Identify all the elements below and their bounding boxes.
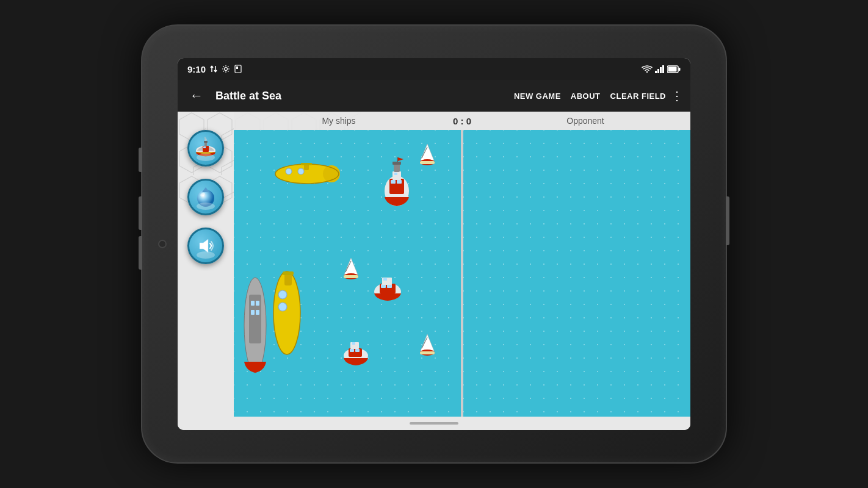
svg-rect-9 (668, 66, 677, 71)
small-ship-bottom (341, 337, 371, 368)
svg-rect-15 (203, 146, 206, 148)
svg-rect-50 (256, 301, 259, 306)
red-ship-1 (380, 154, 414, 209)
new-game-button[interactable]: NEW GAME (514, 92, 561, 101)
svg-rect-68 (420, 351, 435, 354)
svg-point-42 (278, 290, 287, 299)
wifi-icon (642, 65, 653, 73)
ship-button-2[interactable] (187, 179, 224, 215)
svg-rect-34 (394, 173, 397, 175)
svg-rect-51 (251, 310, 255, 315)
storage-icon (234, 65, 242, 73)
time-display: 9:10 (187, 64, 206, 74)
ship-button-1[interactable] (187, 130, 224, 167)
yellow-sub-vertical (270, 264, 304, 362)
svg-rect-32 (397, 180, 402, 184)
mine-icon (192, 184, 219, 210)
svg-rect-45 (283, 271, 294, 275)
action-bar: ← Battle at Sea NEW GAME ABOUT CLEAR FIE… (178, 80, 690, 112)
my-ships-label: My ships (234, 116, 444, 126)
svg-rect-52 (256, 310, 259, 315)
ship-icon-1 (192, 135, 219, 162)
boards-header: My ships 0 : 0 Opponent (234, 112, 690, 130)
boards-container: My ships 0 : 0 Opponent (234, 112, 690, 417)
score-display: 0 : 0 (444, 116, 480, 126)
camera-icon (158, 240, 167, 248)
opponent-label: Opponent (480, 116, 690, 126)
svg-rect-16 (204, 142, 207, 146)
sound-icon (192, 232, 219, 259)
power-button[interactable] (139, 148, 142, 172)
volume-up-button[interactable] (139, 196, 142, 230)
right-button[interactable] (726, 196, 729, 245)
status-right (642, 65, 681, 73)
boards-row (234, 130, 690, 417)
svg-rect-54 (344, 275, 358, 278)
svg-rect-63 (350, 349, 354, 352)
svg-point-26 (298, 168, 304, 174)
svg-point-18 (204, 138, 207, 141)
svg-rect-31 (391, 180, 396, 184)
svg-rect-37 (397, 157, 398, 163)
gray-sub-vertical (240, 270, 270, 380)
app-title: Battle at Sea (215, 90, 509, 102)
clear-field-button[interactable]: CLEAR FIELD (610, 92, 666, 101)
yellow-submarine (270, 160, 344, 188)
svg-point-43 (278, 303, 287, 311)
svg-point-25 (286, 168, 292, 174)
svg-rect-17 (204, 141, 208, 143)
status-bar: 9:10 (178, 58, 690, 80)
svg-rect-1 (235, 65, 241, 73)
opponent-board[interactable] (463, 130, 690, 417)
sound-button[interactable] (187, 228, 224, 264)
tugboat-center (371, 270, 405, 304)
svg-point-20 (197, 190, 214, 207)
game-area: My ships 0 : 0 Opponent (178, 112, 690, 417)
phone-screen: 9:10 (178, 58, 690, 430)
sailboat-3 (417, 331, 438, 359)
svg-rect-64 (355, 349, 360, 352)
data-transfer-icon (209, 65, 218, 73)
status-left: 9:10 (187, 64, 242, 74)
sidebar (178, 112, 234, 417)
svg-rect-5 (660, 67, 662, 73)
svg-rect-28 (301, 163, 312, 165)
home-bar (178, 417, 690, 430)
svg-rect-6 (662, 65, 664, 73)
svg-rect-8 (679, 68, 681, 71)
svg-rect-3 (655, 71, 657, 73)
svg-rect-39 (420, 161, 435, 164)
volume-down-button[interactable] (139, 236, 142, 270)
menu-items: NEW GAME ABOUT CLEAR FIELD (514, 92, 666, 101)
my-ships-board[interactable] (234, 130, 461, 417)
svg-rect-2 (236, 66, 238, 69)
more-options-button[interactable]: ⋮ (671, 88, 683, 103)
sailboat-1 (417, 141, 438, 168)
signal-icon (655, 65, 665, 73)
svg-point-0 (225, 68, 228, 71)
back-button[interactable]: ← (185, 85, 208, 106)
svg-rect-60 (383, 278, 387, 281)
about-button[interactable]: ABOUT (571, 92, 601, 101)
svg-rect-35 (394, 163, 400, 172)
phone-device: 9:10 (141, 24, 727, 464)
home-indicator[interactable] (410, 422, 458, 425)
svg-rect-66 (352, 342, 355, 345)
svg-rect-49 (251, 301, 255, 306)
svg-rect-4 (657, 69, 659, 73)
sailboat-2 (341, 255, 362, 282)
svg-point-19 (204, 137, 206, 139)
battery-icon (667, 65, 681, 73)
settings-icon (222, 65, 230, 73)
